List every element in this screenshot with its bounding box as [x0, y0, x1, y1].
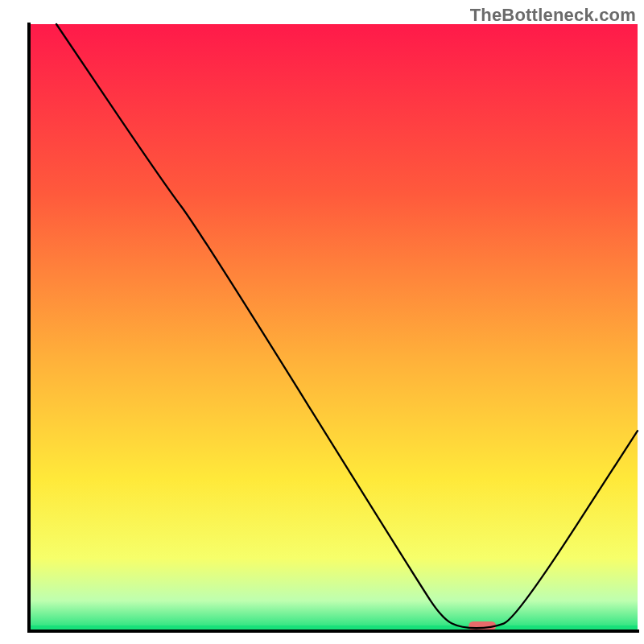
- bottleneck-chart: [0, 0, 644, 644]
- chart-frame: TheBottleneck.com: [0, 0, 644, 644]
- gradient-background: [29, 24, 638, 631]
